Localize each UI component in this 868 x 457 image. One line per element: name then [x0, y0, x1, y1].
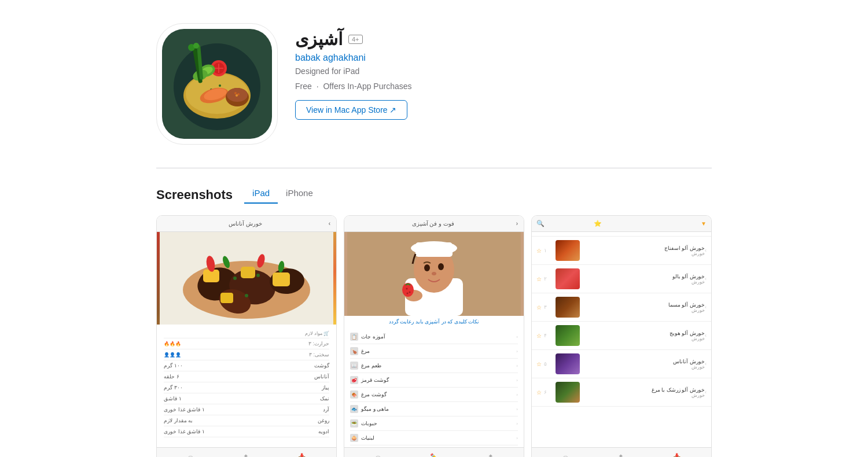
- designed-for: Designed for iPad: [295, 67, 712, 76]
- app-title-row: آشپزی 4+: [295, 29, 712, 49]
- ss3-toolbar-icon-2: ⬆: [617, 453, 624, 457]
- tab-ipad[interactable]: iPad: [244, 186, 278, 204]
- ss3-toolbar-icon-1: ☺: [561, 453, 569, 457]
- svg-rect-47: [415, 242, 453, 257]
- screenshots-header: Screenshots iPad iPhone: [156, 186, 712, 204]
- ss1-toolbar: ☺ ⬆ 📥: [157, 447, 336, 457]
- app-info: آشپزی 4+ babak aghakhani Designed for iP…: [295, 23, 712, 120]
- tab-iphone[interactable]: iPhone: [278, 186, 321, 204]
- ss1-toolbar-icon-2: ⬆: [242, 453, 249, 457]
- ss3-toolbar-icon-3: 📥: [672, 453, 682, 457]
- svg-point-52: [402, 283, 414, 297]
- ss2-list: ‹آموزه جات📋 ‹مرغ🍗 ‹طعم مرغ📖 ‹گوشت قرمز🥩 …: [344, 327, 524, 447]
- app-icon-illustration: [168, 35, 266, 133]
- svg-point-48: [424, 264, 430, 271]
- recipe-item-2: › خورش آلو بالو خورش ۲ ☆: [532, 265, 711, 293]
- app-title: آشپزی: [295, 29, 343, 49]
- recipe-item-5: › خورش آناناس خورش ۵ ☆: [532, 350, 711, 378]
- screenshot-2-image: ‹ فوت و فن آشپزی: [344, 216, 524, 447]
- age-badge: 4+: [348, 35, 363, 44]
- svg-point-53: [406, 288, 408, 290]
- app-developer[interactable]: babak aghakhani: [295, 53, 712, 63]
- iap-text: Offers In-App Purchases: [323, 82, 411, 91]
- recipe-item-3: › خورش آلو مسما خورش ۳ ☆: [532, 293, 711, 322]
- ss1-toolbar-icon-1: ☺: [186, 453, 194, 457]
- svg-point-40: [256, 274, 260, 277]
- ss3-header: ▼ ⭐ 🔍: [532, 216, 711, 232]
- ss3-toolbar: ☺ ⬆ 📥: [532, 447, 711, 457]
- svg-point-49: [438, 263, 444, 270]
- recipe-item-4: › خورش آلو هویج خورش ۴ ☆: [532, 322, 711, 350]
- svg-point-41: [245, 294, 248, 297]
- svg-rect-34: [220, 293, 233, 303]
- screenshot-1: › خورش آناناس: [156, 215, 337, 457]
- svg-point-39: [233, 277, 237, 280]
- ss2-caption: نکات کلیدی که در آشپزی باید رعایت گردد: [344, 316, 524, 327]
- screenshots-title: Screenshots: [156, 187, 233, 202]
- ss1-food-image: [157, 232, 336, 325]
- svg-rect-33: [273, 272, 290, 286]
- screenshots-container: › خورش آناناس: [156, 215, 712, 457]
- device-tabs: iPad iPhone: [244, 186, 321, 204]
- view-in-mac-app-store-button[interactable]: View in Mac App Store ↗: [295, 100, 407, 120]
- screenshot-3-image: ▼ ⭐ 🔍 › خورش آلو اسفناج خورش: [532, 216, 711, 447]
- svg-point-13: [236, 94, 238, 97]
- svg-point-50: [432, 272, 436, 275]
- ss2-toolbar-icon-1: ☺: [374, 453, 382, 457]
- svg-rect-32: [241, 267, 255, 278]
- svg-point-11: [234, 92, 237, 94]
- svg-point-4: [219, 84, 221, 87]
- ss2-toolbar-icon-3: ⬆: [487, 453, 494, 457]
- recipe-item-6: › خورش آلو زرشک با مرغ خورش ۶ ☆: [532, 378, 711, 407]
- screenshot-3: ▼ ⭐ 🔍 › خورش آلو اسفناج خورش: [531, 215, 712, 457]
- svg-point-24: [193, 43, 199, 49]
- ss2-toolbar: ☺ ✏️ ⬆: [344, 447, 524, 457]
- app-icon: [156, 23, 278, 145]
- ss1-content: 🛒 مواد لازم حرارت: ۳ 🔥🔥🔥 سختی: ۳ 👤👤👤 گوش: [157, 325, 336, 442]
- ss1-header: › خورش آناناس: [157, 216, 336, 232]
- ss2-toolbar-icon-2: ✏️: [430, 453, 440, 457]
- svg-point-54: [409, 292, 411, 293]
- ss1-toolbar-icon-3: 📥: [297, 453, 307, 457]
- price-info: Free · Offers In-App Purchases: [295, 82, 712, 91]
- price-dot: ·: [317, 82, 319, 91]
- screenshots-section: Screenshots iPad iPhone ›: [156, 168, 712, 457]
- ss2-chef-image: [344, 232, 524, 316]
- price-text: Free: [295, 82, 312, 91]
- screenshot-1-image: › خورش آناناس: [157, 216, 336, 447]
- recipe-item-1: › خورش آلو اسفناج خورش ۱ ☆: [532, 237, 711, 265]
- svg-point-55: [407, 293, 409, 294]
- app-header: آشپزی 4+ babak aghakhani Designed for iP…: [156, 23, 712, 168]
- screenshot-2: ‹ فوت و فن آشپزی: [344, 215, 524, 457]
- view-store-label: View in Mac App Store ↗: [306, 105, 396, 115]
- ss2-header: ‹ فوت و فن آشپزی: [344, 216, 524, 232]
